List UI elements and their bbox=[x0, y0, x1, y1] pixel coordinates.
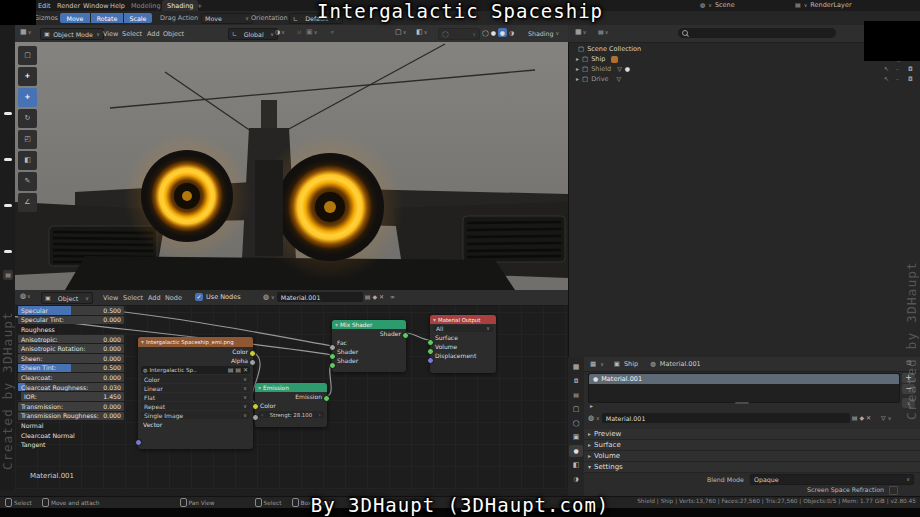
slider-specular-tint[interactable]: Specular Tint:0.000 bbox=[18, 316, 124, 325]
slider-clearcoat[interactable]: Clearcoat:0.000 bbox=[18, 373, 124, 382]
proportional-edit-toggle[interactable] bbox=[330, 29, 334, 35]
rendered-shading-button[interactable] bbox=[509, 30, 514, 36]
workspace-tab-add[interactable]: + bbox=[197, 2, 202, 10]
cursor-tool[interactable] bbox=[18, 67, 37, 86]
node-header[interactable]: Emission bbox=[255, 383, 327, 392]
material-slot-selected[interactable]: Material.001 bbox=[589, 374, 899, 384]
gizmos-dropdown[interactable] bbox=[416, 29, 427, 36]
node-header[interactable]: Intergalactic Spaceship_emi.png bbox=[138, 337, 253, 347]
viewport-menu-select[interactable]: Select bbox=[122, 30, 142, 38]
menu-edit[interactable]: Edit bbox=[38, 2, 51, 10]
render-layer-selector[interactable]: RenderLayer bbox=[795, 1, 852, 9]
orientation-dropdown[interactable]: Default bbox=[289, 13, 343, 24]
output-tab[interactable] bbox=[569, 389, 583, 401]
viewport-canvas[interactable] bbox=[15, 42, 568, 290]
node-editor[interactable]: Object View Select Add Node Use Nodes Ma… bbox=[15, 290, 568, 490]
strength-field[interactable]: ‹Strengt: 28.100› bbox=[258, 411, 324, 418]
tool-tab[interactable] bbox=[569, 361, 583, 373]
measure-tool[interactable] bbox=[18, 193, 37, 212]
node-header[interactable]: Mix Shader bbox=[332, 320, 406, 329]
outliner-row-drive[interactable]: Drive bbox=[576, 75, 621, 83]
slider-sheen-tint[interactable]: Sheen Tint:0.500 bbox=[18, 364, 124, 373]
slot-list-expand-icon[interactable] bbox=[590, 403, 593, 409]
slider-clearcoat-roughness[interactable]: Clearcoat Roughness:0.030 bbox=[18, 383, 124, 392]
render-toggle[interactable] bbox=[908, 76, 913, 82]
section-settings[interactable]: Settings bbox=[584, 462, 920, 473]
node-menu-node[interactable]: Node bbox=[165, 294, 182, 302]
selectable-toggle[interactable] bbox=[884, 76, 889, 82]
rotate-toggle-button[interactable]: Rotate bbox=[91, 13, 123, 23]
ssr-checkbox[interactable] bbox=[889, 486, 898, 495]
editor-type-selector[interactable] bbox=[20, 29, 31, 36]
shader-editor-type[interactable] bbox=[20, 293, 31, 300]
slider-transmission-roughness[interactable]: Transmission Roughness:0.000 bbox=[18, 412, 124, 421]
outliner-row-ship[interactable]: Ship bbox=[576, 55, 618, 63]
outliner-scene-dropdown[interactable] bbox=[598, 29, 608, 35]
viewport-menu-object[interactable]: Object bbox=[163, 30, 184, 38]
object-tab[interactable] bbox=[569, 431, 583, 443]
material-output-node[interactable]: Material Output All Surface Volume Displ… bbox=[430, 315, 496, 373]
collapse-icon[interactable] bbox=[258, 385, 261, 391]
scene-tab[interactable] bbox=[569, 417, 583, 429]
slot-list-grip[interactable] bbox=[735, 402, 749, 404]
pivot-dropdown[interactable] bbox=[275, 29, 285, 35]
image-texture-node[interactable]: Intergalactic Spaceship_emi.png Color Al… bbox=[138, 337, 253, 449]
solid-shading-button[interactable] bbox=[491, 30, 496, 36]
viewport-menu-view[interactable]: View bbox=[103, 30, 118, 38]
projection-dropdown[interactable]: Flat bbox=[141, 393, 250, 401]
object-visibility-dropdown[interactable] bbox=[395, 29, 406, 36]
link-icon[interactable] bbox=[390, 294, 395, 300]
scale-toggle-button[interactable]: Scale bbox=[124, 13, 152, 23]
open-image-icon[interactable] bbox=[228, 367, 234, 373]
expand-icon[interactable] bbox=[576, 56, 579, 62]
active-tool-dropdown[interactable]: Move bbox=[201, 13, 253, 24]
outliner-row-shield[interactable]: Shield bbox=[576, 65, 630, 73]
blend-mode-dropdown[interactable]: Opaque bbox=[750, 474, 914, 485]
move-tool[interactable] bbox=[18, 88, 37, 107]
wireframe-shading-button[interactable] bbox=[482, 30, 489, 36]
menu-window[interactable]: Window bbox=[83, 2, 109, 10]
vector-input-socket[interactable] bbox=[135, 439, 142, 446]
interpolation-dropdown[interactable]: Linear bbox=[141, 384, 250, 392]
emission-output-socket[interactable] bbox=[323, 395, 330, 402]
select-box-tool[interactable] bbox=[18, 46, 37, 65]
collapse-icon[interactable] bbox=[141, 339, 144, 345]
shader-output-socket[interactable] bbox=[402, 332, 409, 339]
fac-input-socket[interactable] bbox=[329, 344, 336, 351]
overlays-dropdown[interactable] bbox=[438, 28, 480, 40]
new-material-icon[interactable] bbox=[365, 294, 371, 300]
unlink-icon[interactable] bbox=[379, 294, 384, 300]
image-datablock-field[interactable]: Intergalactic Sp.. bbox=[141, 366, 250, 374]
scene-selector[interactable]: Scene bbox=[700, 1, 735, 9]
outliner-search[interactable] bbox=[678, 28, 836, 38]
material-tab[interactable] bbox=[569, 445, 583, 457]
mix-shader-node[interactable]: Mix Shader Shader Fac Shader Shader bbox=[332, 320, 406, 372]
shading-dropdown[interactable]: Shading bbox=[528, 30, 559, 37]
move-toggle-button[interactable]: Move bbox=[60, 13, 90, 23]
material-preview-button[interactable] bbox=[498, 28, 507, 37]
viewport-menu-add[interactable]: Add bbox=[147, 30, 160, 38]
snap-toggle[interactable] bbox=[297, 29, 301, 35]
rotate-tool[interactable] bbox=[18, 109, 37, 128]
annotate-tool[interactable] bbox=[18, 172, 37, 191]
fake-user-icon[interactable] bbox=[859, 415, 864, 421]
material-slot-list[interactable]: Material.001 bbox=[588, 373, 900, 403]
field-ior[interactable]: IOR:1.450 bbox=[21, 392, 124, 401]
color-output-socket[interactable] bbox=[249, 350, 256, 357]
editor-icon[interactable] bbox=[590, 361, 596, 368]
node-menu-view[interactable]: View bbox=[103, 294, 118, 302]
fake-user-icon[interactable] bbox=[372, 294, 377, 300]
outliner-search-input[interactable] bbox=[691, 28, 815, 38]
render-tab[interactable] bbox=[569, 375, 583, 387]
slider-anisotropic[interactable]: Anisotropic:0.000 bbox=[18, 335, 124, 344]
material-datablock-selector[interactable]: Material.001 bbox=[263, 292, 395, 302]
material-id-selector[interactable]: Material.001 bbox=[588, 413, 891, 423]
shader2-input-socket[interactable] bbox=[329, 362, 336, 369]
workspace-tab-modeling[interactable]: Modeling bbox=[131, 2, 161, 10]
slider-specular[interactable]: Specular0.500 bbox=[18, 306, 124, 315]
menu-render[interactable]: Render bbox=[57, 2, 80, 10]
color-space-dropdown[interactable]: Color bbox=[141, 375, 250, 383]
extension-dropdown[interactable]: Repeat bbox=[141, 402, 250, 410]
target-dropdown[interactable]: All bbox=[433, 325, 493, 332]
displacement-input-socket[interactable] bbox=[427, 357, 434, 364]
